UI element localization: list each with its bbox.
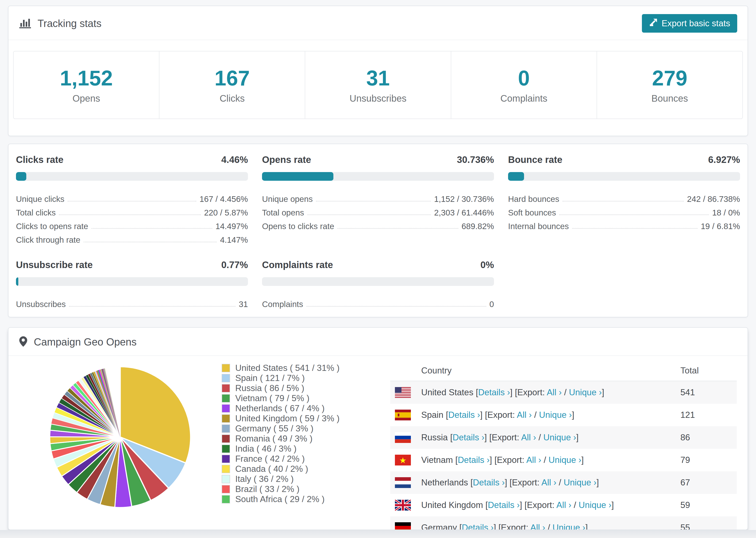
rate-detail-row: Click through rate4.147% bbox=[16, 231, 248, 244]
stat-cell-complaints: 0Complaints bbox=[451, 51, 597, 119]
rate-detail-value: 19 / 6.81% bbox=[701, 222, 740, 231]
rate-detail-label: Soft bounces bbox=[508, 208, 556, 217]
details-link[interactable]: Details › bbox=[473, 478, 505, 487]
rate-detail-row: Total clicks220 / 5.87% bbox=[16, 204, 248, 217]
rate-progress-fill bbox=[16, 277, 18, 286]
details-link[interactable]: Details › bbox=[458, 455, 490, 465]
export-unique-link[interactable]: Unique › bbox=[578, 500, 611, 510]
details-link[interactable]: Details › bbox=[488, 500, 520, 510]
rate-detail-value: 2,303 / 61.446% bbox=[434, 208, 494, 217]
table-row-vn: Vietnam [Details ›] [Export: All › / Uni… bbox=[390, 449, 737, 471]
export-all-link[interactable]: All › bbox=[547, 388, 562, 397]
country-cell: Vietnam [Details ›] [Export: All › / Uni… bbox=[421, 455, 680, 465]
geo-header: Campaign Geo Opens bbox=[9, 328, 747, 356]
rate-detail-row: Unique clicks167 / 4.456% bbox=[16, 190, 248, 204]
export-unique-link[interactable]: Unique › bbox=[539, 410, 572, 420]
flag-vn-icon bbox=[395, 455, 411, 465]
legend-swatch bbox=[222, 414, 230, 423]
legend-item-france: France ( 42 / 2% ) bbox=[222, 454, 340, 464]
dotted-leader bbox=[316, 201, 431, 201]
rate-block-clicks-rate: Clicks rate4.46%Unique clicks167 / 4.456… bbox=[16, 154, 248, 244]
campaign-geo-opens-card: Campaign Geo Opens United States ( 541 /… bbox=[8, 327, 748, 530]
rate-detail-value: 31 bbox=[239, 299, 248, 309]
table-row-ru: Russia [Details ›] [Export: All › / Uniq… bbox=[390, 426, 737, 449]
export-all-link[interactable]: All › bbox=[530, 523, 545, 530]
table-row-de: Germany [Details ›] [Export: All › / Uni… bbox=[390, 516, 737, 530]
export-unique-link[interactable]: Unique › bbox=[553, 523, 585, 530]
dotted-leader bbox=[69, 306, 236, 306]
export-unique-link[interactable]: Unique › bbox=[569, 388, 602, 397]
geo-table-body: United States [Details ›] [Export: All ›… bbox=[390, 381, 737, 530]
legend-item-india: India ( 46 / 3% ) bbox=[222, 444, 340, 454]
rate-title: Clicks rate bbox=[16, 154, 63, 165]
map-pin-icon bbox=[19, 336, 28, 348]
stat-cell-opens: 1,152Opens bbox=[14, 51, 159, 119]
rate-progress-track bbox=[508, 172, 740, 181]
rate-rows: Unique clicks167 / 4.456%Total clicks220… bbox=[16, 190, 248, 244]
stat-value: 0 bbox=[518, 66, 530, 90]
dotted-leader bbox=[59, 215, 201, 215]
table-row-gb: United Kingdom [Details ›] [Export: All … bbox=[390, 494, 737, 516]
export-unique-link[interactable]: Unique › bbox=[549, 455, 581, 465]
rate-detail-label: Opens to clicks rate bbox=[262, 222, 334, 231]
rate-detail-label: Total clicks bbox=[16, 208, 56, 217]
legend-label: Spain ( 121 / 7% ) bbox=[235, 373, 305, 383]
geo-table-header: Country Total bbox=[390, 360, 737, 381]
legend-item-spain: Spain ( 121 / 7% ) bbox=[222, 373, 340, 383]
rate-detail-label: Clicks to opens rate bbox=[16, 222, 88, 231]
legend-swatch bbox=[222, 384, 230, 393]
flag-us-icon bbox=[395, 387, 411, 398]
export-all-link[interactable]: All › bbox=[526, 455, 541, 465]
table-row-es: Spain [Details ›] [Export: All › / Uniqu… bbox=[390, 404, 737, 426]
rate-detail-value: 689.82% bbox=[461, 222, 494, 231]
export-all-link[interactable]: All › bbox=[521, 433, 536, 442]
legend-item-canada: Canada ( 40 / 2% ) bbox=[222, 464, 340, 474]
stat-cell-clicks: 167Clicks bbox=[159, 51, 305, 119]
details-link[interactable]: Details › bbox=[448, 410, 480, 420]
export-unique-link[interactable]: Unique › bbox=[543, 433, 576, 442]
stat-value: 1,152 bbox=[60, 66, 113, 90]
export-unique-link[interactable]: Unique › bbox=[564, 478, 597, 487]
details-link[interactable]: Details › bbox=[462, 523, 494, 530]
rate-detail-row: Complaints0 bbox=[262, 295, 494, 309]
dotted-leader bbox=[83, 242, 217, 242]
legend-swatch bbox=[222, 495, 230, 504]
rate-block-complaints-rate: Complaints rate0%Complaints0 bbox=[262, 260, 494, 309]
stat-cell-unsubscribes: 31Unsubscribes bbox=[305, 51, 451, 119]
export-all-link[interactable]: All › bbox=[557, 500, 571, 510]
details-link[interactable]: Details › bbox=[453, 433, 485, 442]
rate-detail-row: Unique opens1,152 / 30.736% bbox=[262, 190, 494, 204]
details-link[interactable]: Details › bbox=[478, 388, 510, 397]
legend-item-south-africa: South Africa ( 29 / 2% ) bbox=[222, 494, 340, 504]
rate-head: Clicks rate4.46% bbox=[16, 154, 248, 165]
dotted-leader bbox=[572, 228, 698, 229]
flag-nl-icon bbox=[395, 477, 411, 488]
rate-detail-value: 18 / 0% bbox=[712, 208, 740, 217]
rate-detail-row: Soft bounces18 / 0% bbox=[508, 204, 740, 217]
rate-detail-value: 242 / 86.738% bbox=[687, 194, 740, 204]
rate-head: Unsubscribe rate0.77% bbox=[16, 260, 248, 270]
export-all-link[interactable]: All › bbox=[517, 410, 532, 420]
export-basic-stats-button[interactable]: Export basic stats bbox=[642, 14, 737, 32]
rate-rows: Complaints0 bbox=[262, 295, 494, 309]
country-column-header: Country bbox=[421, 366, 680, 376]
legend-label: United Kingdom ( 59 / 3% ) bbox=[235, 413, 340, 423]
stat-value: 167 bbox=[215, 66, 250, 90]
stat-label: Complaints bbox=[500, 93, 547, 104]
dotted-leader bbox=[559, 215, 709, 215]
export-all-link[interactable]: All › bbox=[541, 478, 557, 487]
rate-detail-row: Clicks to opens rate14.497% bbox=[16, 217, 248, 231]
rate-value: 0% bbox=[480, 260, 494, 270]
rate-detail-value: 1,152 / 30.736% bbox=[434, 194, 494, 204]
legend-item-romania: Romania ( 49 / 3% ) bbox=[222, 434, 340, 444]
stats-summary-row: 1,152Opens167Clicks31Unsubscribes0Compla… bbox=[13, 51, 743, 119]
rate-progress-track bbox=[262, 277, 494, 286]
legend-item-netherlands: Netherlands ( 67 / 4% ) bbox=[222, 403, 340, 413]
legend-item-brazil: Brazil ( 33 / 2% ) bbox=[222, 484, 340, 494]
legend-label: Russia ( 86 / 5% ) bbox=[235, 383, 304, 393]
rate-detail-value: 0 bbox=[490, 299, 494, 309]
legend-swatch bbox=[222, 465, 230, 473]
total-column-header: Total bbox=[680, 366, 723, 376]
rates-grid: Clicks rate4.46%Unique clicks167 / 4.456… bbox=[9, 144, 747, 309]
flag-gb-icon bbox=[395, 500, 411, 511]
